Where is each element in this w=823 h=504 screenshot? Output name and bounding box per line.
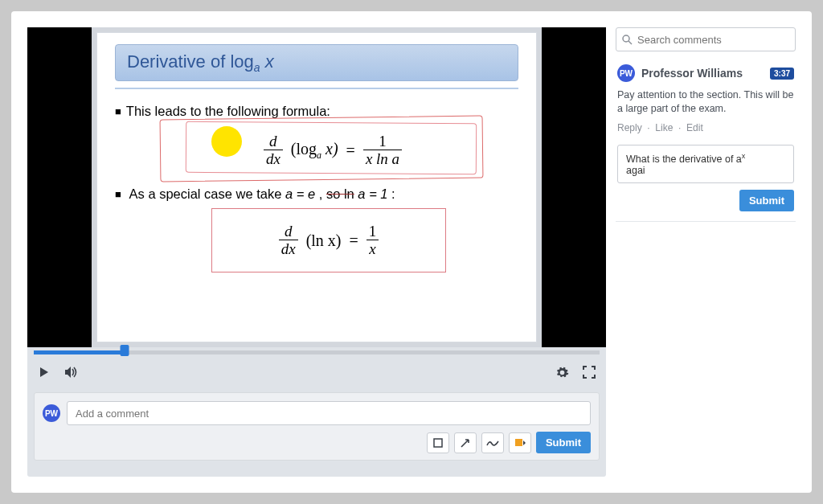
search-icon bbox=[622, 34, 633, 48]
timestamp-badge[interactable]: 3:37 bbox=[770, 68, 794, 80]
tool-color-picker-icon[interactable] bbox=[509, 432, 531, 453]
slide-title-var: x bbox=[265, 51, 274, 72]
search-input[interactable] bbox=[616, 27, 796, 51]
title-underline bbox=[115, 88, 518, 89]
comment-card: PW Professor Williams 3:37 Pay attention… bbox=[616, 58, 796, 222]
formula-2-box: d dx (ln x) = 1 x bbox=[211, 208, 446, 272]
formula-2: d dx (ln x) = 1 x bbox=[279, 223, 379, 257]
svg-point-4 bbox=[623, 35, 629, 42]
play-icon[interactable] bbox=[37, 365, 51, 379]
svg-rect-2 bbox=[434, 439, 442, 447]
slide-content: Derivative of loga x This leads to the f… bbox=[96, 32, 537, 342]
formula-1-box: d dx (loga x) = 1 x ln a bbox=[187, 125, 478, 175]
ddx-fraction: d dx bbox=[264, 133, 283, 167]
letterbox-right bbox=[542, 27, 606, 347]
fullscreen-icon[interactable] bbox=[582, 365, 596, 379]
svg-rect-3 bbox=[515, 439, 522, 446]
edit-link[interactable]: Edit bbox=[686, 122, 703, 133]
slide-title-main: Derivative of log bbox=[127, 51, 254, 72]
comment-body: Pay attention to the section. This will … bbox=[617, 88, 794, 116]
progress-fill bbox=[34, 350, 125, 354]
gear-icon[interactable] bbox=[555, 365, 569, 379]
reply-link[interactable]: Reply bbox=[617, 122, 642, 133]
svg-marker-0 bbox=[40, 367, 48, 377]
comment-input[interactable] bbox=[67, 401, 591, 425]
svg-line-5 bbox=[629, 41, 632, 44]
progress-thumb[interactable] bbox=[120, 345, 129, 356]
slide-bullet-1: This leads to the following formula: bbox=[115, 104, 518, 119]
volume-icon[interactable] bbox=[64, 365, 79, 379]
slide-bullet-2: As a special case we take a = e , so ln … bbox=[115, 186, 518, 202]
search-wrap bbox=[616, 27, 796, 51]
svg-marker-1 bbox=[65, 367, 71, 378]
comment-author: Professor Williams bbox=[641, 67, 764, 80]
formula-1: d dx (loga x) = 1 x ln a bbox=[264, 133, 402, 167]
like-link[interactable]: Like bbox=[655, 122, 673, 133]
player-controls bbox=[27, 357, 606, 387]
reply-input[interactable]: What is the derivative of ax agai bbox=[617, 145, 794, 183]
letterbox-left bbox=[27, 27, 92, 347]
comment-composer: PW Submit bbox=[34, 392, 600, 461]
slide-title-sub: a bbox=[254, 61, 260, 74]
progress-bar[interactable] bbox=[34, 347, 600, 357]
reply-submit-button[interactable]: Submit bbox=[739, 190, 794, 211]
avatar: PW bbox=[43, 404, 60, 422]
app-frame: Derivative of loga x This leads to the f… bbox=[11, 11, 812, 493]
avatar: PW bbox=[617, 64, 635, 82]
composer-submit-button[interactable]: Submit bbox=[536, 432, 591, 453]
tool-arrow-icon[interactable] bbox=[454, 432, 477, 453]
comments-sidebar: PW Professor Williams 3:37 Pay attention… bbox=[616, 27, 796, 477]
tool-rectangle-icon[interactable] bbox=[427, 432, 449, 453]
video-stage[interactable]: Derivative of loga x This leads to the f… bbox=[27, 27, 606, 347]
tool-freehand-icon[interactable] bbox=[481, 432, 504, 453]
composer-tool-row: Submit bbox=[43, 432, 591, 453]
comment-actions: Reply · Like · Edit bbox=[617, 122, 794, 133]
video-panel: Derivative of loga x This leads to the f… bbox=[27, 27, 606, 477]
slide-title: Derivative of loga x bbox=[115, 44, 518, 81]
